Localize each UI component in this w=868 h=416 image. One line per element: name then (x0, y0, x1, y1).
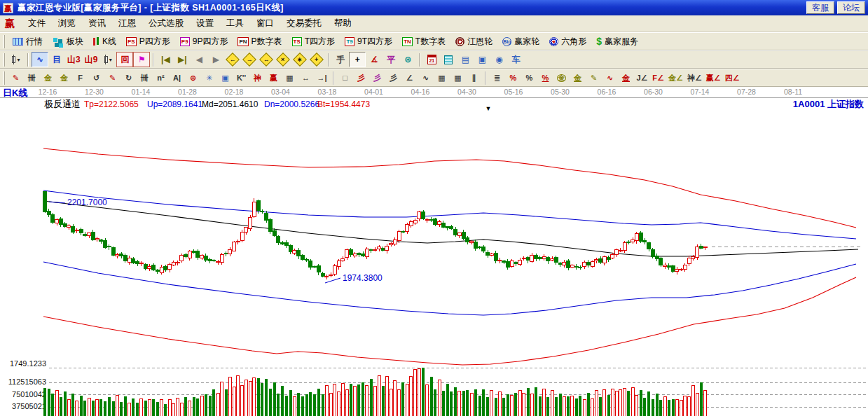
menu-trade-order[interactable]: 交易委托 (280, 15, 328, 32)
chart-area[interactable]: 12-1612-3001-1401-2802-1803-0403-1804-01… (0, 87, 868, 416)
trade-cart-button[interactable]: 车 (507, 52, 524, 67)
diamond-h-expand-button[interactable]: ↔ (258, 52, 275, 67)
shen-lines-button[interactable]: 神 (249, 70, 266, 85)
last-page-button[interactable]: ▶| (174, 52, 191, 67)
parallel-lines-button[interactable]: ∥ (466, 70, 482, 85)
menu-help[interactable]: 帮助 (328, 15, 358, 32)
first-page-button[interactable]: |◀ (157, 52, 174, 67)
protractor-button[interactable]: ∡ (366, 52, 383, 67)
shen-angle-button[interactable]: 神∠ (685, 70, 704, 85)
forum-button[interactable]: 论坛 (837, 1, 865, 14)
t-number-table-button[interactable]: TNT数字表 (397, 34, 450, 49)
gann-fan-button[interactable]: 彡 (353, 70, 369, 85)
p9-square-button[interactable]: P99P四方形 (175, 34, 233, 49)
fibonacci-line-button[interactable]: F (72, 70, 88, 85)
save-button[interactable]: ▣ (474, 52, 490, 67)
star-button[interactable]: ✳ (201, 70, 217, 85)
crosshair-button[interactable]: + (349, 52, 366, 67)
wave-red-button[interactable]: ∿ (602, 70, 618, 85)
win-angle-button[interactable]: 赢∠ (704, 70, 723, 85)
grid-button[interactable]: ▦ (434, 70, 450, 85)
box-tool-button[interactable]: □ (337, 70, 353, 85)
fan-box-dark-button[interactable]: 彡 (385, 70, 401, 85)
menu-window[interactable]: 窗口 (250, 15, 280, 32)
maze-button[interactable]: 回 (116, 52, 133, 67)
diamond-right-button[interactable]: → (241, 52, 258, 67)
winner-service-button[interactable]: $赢家服务 (591, 34, 643, 49)
toolbar-grip[interactable] (3, 71, 5, 85)
spiral-5-button[interactable]: ↺ (88, 70, 104, 85)
toolbar-grip[interactable] (3, 53, 5, 67)
t9-square-button[interactable]: T99T四方形 (340, 34, 397, 49)
note-button[interactable]: 目 (48, 52, 65, 67)
gann-wheel-button[interactable]: 江恩轮 (450, 34, 497, 49)
chart-svg[interactable]: 12-1612-3001-1401-2802-1803-0403-1804-01… (0, 87, 868, 416)
f-angle-button[interactable]: F∠ (650, 70, 666, 85)
scale-ruler-button[interactable]: ≣ (489, 70, 505, 85)
angle-mirror-button[interactable]: A| (169, 70, 185, 85)
bars-9-button[interactable]: 山9 (83, 52, 100, 67)
hexagon-button[interactable]: 六角形 (544, 34, 591, 49)
brush-gold-button[interactable]: ✎ (586, 70, 602, 85)
sectors-button[interactable]: 板块 (48, 34, 88, 49)
grid-123-button[interactable]: ▦ (282, 70, 298, 85)
menu-formula-stock-pick[interactable]: 公式选股 (142, 15, 190, 32)
fan-box-purple-button[interactable]: 彡 (369, 70, 385, 85)
percent-line-button[interactable]: % (505, 70, 521, 85)
gann-box-purple-button[interactable]: 平 (383, 52, 399, 67)
box-star-button[interactable]: ▣ (217, 70, 233, 85)
flag-chart-button[interactable]: ⚑ (133, 52, 150, 67)
grid-arrow-button[interactable]: ▦ (450, 70, 466, 85)
diamond-star-button[interactable]: ∗ (291, 52, 308, 67)
menu-tools[interactable]: 工具 (220, 15, 250, 32)
four-angle-button[interactable]: 四∠ (723, 70, 742, 85)
target-button[interactable]: ⊕ (185, 70, 201, 85)
circle-arrow-button[interactable]: ↻ (120, 70, 137, 85)
winner-wheel-button[interactable]: Big赢家轮 (497, 34, 544, 49)
grid-lines-button[interactable]: 卌 (24, 70, 40, 85)
p-square-button[interactable]: PSP四方形 (121, 34, 175, 49)
next-page-button[interactable]: ▶ (207, 52, 224, 67)
t-square-button[interactable]: TST四方形 (287, 34, 340, 49)
h-extent-button[interactable]: ↔ (298, 70, 314, 85)
menu-file[interactable]: 文件 (22, 15, 52, 32)
diamond-left-button[interactable]: ← (224, 52, 241, 67)
golden-circle-button[interactable]: 金 (553, 70, 570, 85)
web-button[interactable]: ◉ (490, 52, 507, 67)
kline-period-dropdown[interactable]: ▾ (8, 52, 25, 67)
percent-level-button[interactable]: % (537, 70, 553, 85)
candle-style-dropdown[interactable]: ▾ (99, 52, 116, 67)
diamond-diagonal-button[interactable]: × (275, 52, 291, 67)
quotes-button[interactable]: 行情 (8, 34, 48, 49)
gold-angle-button[interactable]: 金∠ (666, 70, 685, 85)
percent-button[interactable]: % (521, 70, 537, 85)
golden-line-1-button[interactable]: 金 (40, 70, 56, 85)
draw-pencil-button[interactable]: ✎ (8, 70, 24, 85)
calculator-button[interactable] (440, 52, 457, 67)
kline-button[interactable]: K线 (88, 34, 121, 49)
customer-service-button[interactable]: 客服 (806, 1, 834, 14)
diamond-cross-button[interactable]: + (308, 52, 325, 67)
prev-page-button[interactable]: ◀ (191, 52, 207, 67)
menu-news[interactable]: 资讯 (82, 15, 112, 32)
pan-hand-button[interactable]: 手 (332, 52, 349, 67)
notepad-button[interactable]: ▤ (457, 52, 474, 67)
pencil-lines-button[interactable]: ✎ (104, 70, 120, 85)
knot-button[interactable]: ⊛ (399, 52, 416, 67)
to-bar-button[interactable]: →| (314, 70, 330, 85)
golden-level-button[interactable]: 金 (570, 70, 586, 85)
k-quote-button[interactable]: K'' (233, 70, 249, 85)
menu-settings[interactable]: 设置 (190, 15, 220, 32)
menu-browse[interactable]: 浏览 (52, 15, 82, 32)
menu-gann[interactable]: 江恩 (112, 15, 142, 32)
p-number-table-button[interactable]: PNP数字表 (233, 34, 287, 49)
toolbar-grip[interactable] (3, 35, 5, 48)
bars-3-button[interactable]: 山3 (65, 52, 83, 67)
j-angle-button[interactable]: J∠ (634, 70, 650, 85)
n-squared-button[interactable]: n² (153, 70, 169, 85)
win-lines-button[interactable]: 赢 (266, 70, 282, 85)
golden-line-2-button[interactable]: 金 (56, 70, 72, 85)
angle-lines-button[interactable]: ∠ (401, 70, 418, 85)
indicator-name[interactable]: 极反通道 (44, 99, 81, 109)
trend-wave-button[interactable]: ∿ (32, 52, 48, 67)
